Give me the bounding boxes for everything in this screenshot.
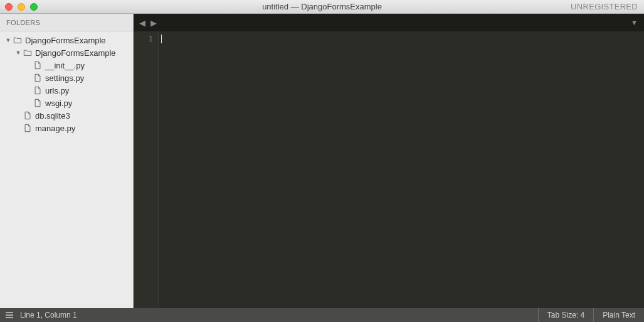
gutter: 1 — [134, 31, 159, 308]
sidebar: FOLDERS ▼DjangoFormsExample▼DjangoFormsE… — [0, 14, 134, 308]
registration-status: UNREGISTERED — [571, 2, 644, 11]
nav-forward-icon[interactable]: ▶ — [150, 18, 157, 28]
file-node[interactable]: wsgi.py — [0, 97, 133, 109]
close-window-button[interactable] — [5, 3, 13, 11]
file-node[interactable]: urls.py — [0, 84, 133, 97]
file-icon — [33, 73, 43, 82]
file-icon — [33, 61, 43, 70]
nav-back-icon[interactable]: ◀ — [139, 18, 146, 28]
window-title: untitled — DjangoFormsExample — [0, 2, 644, 11]
traffic-lights — [0, 3, 38, 11]
status-left: Line 1, Column 1 — [0, 311, 77, 319]
node-label: settings.py — [45, 73, 84, 83]
editor[interactable]: 1 — [134, 31, 644, 308]
file-tree: ▼DjangoFormsExample▼DjangoFormsExample__… — [0, 31, 133, 137]
node-label: DjangoFormsExample — [35, 48, 116, 58]
tab-size-button[interactable]: Tab Size: 4 — [538, 308, 593, 322]
tab-bar: ◀ ▶ ▼ — [134, 14, 644, 31]
tab-dropdown-icon[interactable]: ▼ — [630, 19, 639, 26]
status-bar: Line 1, Column 1 Tab Size: 4 Plain Text — [0, 308, 644, 322]
folder-icon — [23, 48, 33, 57]
node-label: manage.py — [35, 124, 75, 133]
disclosure-triangle-icon[interactable]: ▼ — [15, 50, 21, 56]
node-label: urls.py — [45, 86, 69, 95]
file-icon — [33, 99, 43, 107]
node-label: db.sqlite3 — [35, 111, 70, 121]
main-content: FOLDERS ▼DjangoFormsExample▼DjangoFormsE… — [0, 14, 644, 308]
syntax-label: Plain Text — [603, 311, 635, 319]
editor-pane: ◀ ▶ ▼ 1 — [134, 14, 644, 308]
folder-icon — [13, 36, 23, 45]
tab-size-label: Tab Size: 4 — [547, 311, 584, 319]
minimize-window-button[interactable] — [18, 3, 25, 11]
code-area[interactable] — [159, 31, 644, 308]
file-icon — [23, 111, 33, 120]
folder-node[interactable]: ▼DjangoFormsExample — [0, 46, 133, 59]
file-node[interactable]: __init__.py — [0, 59, 133, 72]
window-titlebar: untitled — DjangoFormsExample UNREGISTER… — [0, 0, 644, 14]
file-icon — [33, 86, 43, 95]
cursor-position: Line 1, Column 1 — [20, 311, 77, 319]
node-label: wsgi.py — [45, 99, 72, 108]
file-icon — [23, 124, 33, 132]
disclosure-triangle-icon[interactable]: ▼ — [5, 37, 11, 43]
node-label: __init__.py — [45, 61, 85, 70]
text-cursor — [161, 35, 162, 43]
file-node[interactable]: manage.py — [0, 122, 133, 134]
maximize-window-button[interactable] — [30, 3, 38, 11]
sidebar-header: FOLDERS — [0, 14, 133, 31]
file-node[interactable]: settings.py — [0, 72, 133, 84]
node-label: DjangoFormsExample — [25, 36, 106, 45]
menu-icon[interactable] — [5, 311, 14, 319]
folder-node[interactable]: ▼DjangoFormsExample — [0, 34, 133, 46]
gutter-line-number: 1 — [134, 34, 153, 44]
file-node[interactable]: db.sqlite3 — [0, 109, 133, 122]
syntax-button[interactable]: Plain Text — [593, 308, 644, 322]
